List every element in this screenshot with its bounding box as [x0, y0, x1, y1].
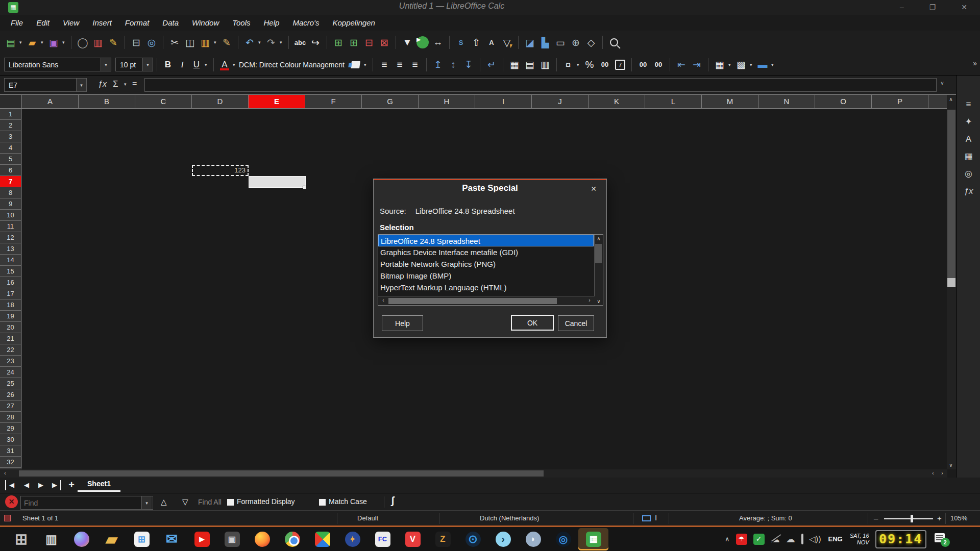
menu-file[interactable]: File [4, 15, 30, 31]
delete-row-icon[interactable]: ⊟ [362, 35, 376, 50]
menu-data[interactable]: Data [156, 15, 185, 31]
column-header-G[interactable]: G [362, 95, 419, 108]
expand-formula-bar-icon[interactable]: ˅ [941, 81, 944, 86]
tray-clock[interactable]: 09:14 [875, 530, 926, 548]
firefox-browser[interactable] [247, 528, 277, 550]
sort-az-icon[interactable]: A [484, 35, 499, 50]
menu-view[interactable]: View [56, 15, 86, 31]
row-header-12[interactable]: 12 [0, 232, 21, 243]
paste-format-option-4[interactable]: HyperText Markup Language (HTML) [378, 282, 594, 293]
border-color-icon[interactable]: ▬ [755, 57, 770, 72]
match-case-checkbox[interactable] [319, 499, 326, 506]
name-box[interactable]: E7 ▾ [4, 78, 87, 92]
print-preview-icon[interactable]: ◎ [144, 35, 159, 50]
menu-edit[interactable]: Edit [30, 15, 56, 31]
youtube-app[interactable]: ▶ [187, 528, 217, 550]
cursor-cell-e7[interactable] [249, 176, 306, 188]
styles-icon[interactable]: A [957, 131, 980, 148]
wrap-text-icon[interactable]: ↵ [484, 57, 499, 72]
row-header-10[interactable]: 10 [0, 210, 21, 221]
center-vertically-icon[interactable]: ↕ [446, 57, 460, 72]
cloud-icon[interactable]: ☁ [786, 534, 795, 545]
last-sheet-icon[interactable]: ▶ [49, 480, 61, 490]
text-language[interactable]: Dutch (Netherlands) [480, 514, 539, 522]
increase-indent-icon[interactable]: ⇥ [690, 57, 704, 72]
zoom-slider-handle[interactable] [911, 515, 913, 522]
align-left-icon[interactable]: ≡ [377, 57, 391, 72]
row-header-7[interactable]: 7 [0, 176, 21, 187]
first-sheet-icon[interactable]: ◀ [5, 480, 17, 490]
find-input[interactable] [21, 497, 141, 509]
copilot-app[interactable] [66, 528, 96, 550]
column-header-D[interactable]: D [192, 95, 249, 108]
row-header-28[interactable]: 28 [0, 412, 21, 423]
menu-koppelingen[interactable]: Koppelingen [326, 15, 381, 31]
decrease-indent-icon[interactable]: ⇤ [674, 57, 689, 72]
hyperlink-icon[interactable]: ⊕ [569, 35, 583, 50]
paste-icon[interactable]: ▥ [198, 35, 212, 50]
scroll-up-icon[interactable]: ∧ [595, 236, 603, 241]
font-name-combo[interactable]: Liberation Sans ▾ [4, 58, 111, 71]
row-header-22[interactable]: 22 [0, 344, 21, 356]
paste-format-option-2[interactable]: Portable Network Graphics (PNG) [378, 258, 594, 270]
fill-handle[interactable] [303, 186, 306, 189]
chevron-down-icon[interactable]: ▾ [19, 40, 24, 45]
sort-icon[interactable]: S [454, 35, 468, 50]
column-header-K[interactable]: K [589, 95, 645, 108]
row-header-26[interactable]: 26 [0, 389, 21, 400]
chevron-down-icon[interactable]: ▾ [728, 62, 733, 67]
chevron-down-icon[interactable]: ▾ [124, 82, 127, 87]
list-hscrollbar-thumb[interactable] [388, 298, 557, 304]
insert-textbox-icon[interactable]: ▭ [553, 35, 568, 50]
unmerge-cells-icon[interactable]: ▥ [538, 57, 552, 72]
sidebar-show-handle[interactable] [947, 278, 955, 287]
run-macro-icon[interactable]: ▶ [415, 35, 430, 50]
find-all-button[interactable]: Find All [198, 498, 222, 506]
chevron-down-icon[interactable]: ▾ [771, 62, 776, 67]
libreoffice-calc-app[interactable]: ▦ [578, 528, 608, 550]
delete-decimal-icon[interactable]: 00 [651, 57, 666, 72]
row-header-5[interactable]: 5 [0, 154, 21, 165]
maximize-button[interactable]: ❐ [925, 2, 940, 13]
find-replace-icon[interactable]: ↪ [308, 35, 323, 50]
chevron-down-icon[interactable]: ▾ [750, 62, 755, 67]
scroll-left-icon[interactable]: ‹ [379, 297, 387, 303]
sidebar-menu-icon[interactable]: ≡ [957, 96, 980, 113]
find-icon[interactable] [607, 35, 621, 50]
undo-icon[interactable]: ↶ [242, 35, 257, 50]
row-header-8[interactable]: 8 [0, 187, 21, 198]
border-style-icon[interactable]: ▩ [734, 57, 748, 72]
selection-mode-icon[interactable] [642, 515, 651, 521]
menu-help[interactable]: Help [257, 15, 286, 31]
row-header-29[interactable]: 29 [0, 423, 21, 434]
ok-button[interactable]: OK [511, 315, 554, 331]
avira-tray-icon[interactable]: ☂ [736, 534, 747, 545]
new-document-icon[interactable]: ▤ [4, 35, 18, 50]
row-header-19[interactable]: 19 [0, 311, 21, 322]
row-header-17[interactable]: 17 [0, 288, 21, 299]
scroll-down-icon[interactable]: ∨ [947, 462, 955, 468]
font-color-button[interactable]: A [218, 58, 231, 72]
zoom-level[interactable]: 105% [950, 514, 967, 522]
select-all-corner[interactable] [0, 95, 22, 109]
close-button[interactable]: ✕ [957, 2, 972, 13]
menu-macros[interactable]: Macro's [286, 15, 326, 31]
chevron-down-icon[interactable]: ▾ [577, 62, 582, 67]
column-header-N[interactable]: N [758, 95, 815, 108]
row-header-24[interactable]: 24 [0, 367, 21, 378]
help-button[interactable]: Help [382, 315, 423, 331]
cut-icon[interactable]: ✂ [167, 35, 182, 50]
scroll-right-icon[interactable]: › [938, 470, 946, 476]
export-pdf-icon[interactable]: ◯ [76, 35, 90, 50]
row-header-32[interactable]: 32 [0, 457, 21, 468]
sort-ascending-icon[interactable]: ⇧ [469, 35, 483, 50]
microsoft-store[interactable]: ⊞ [127, 528, 157, 550]
minimize-button[interactable]: – [894, 2, 910, 13]
column-header-H[interactable]: H [419, 95, 475, 108]
column-header-C[interactable]: C [135, 95, 192, 108]
row-header-23[interactable]: 23 [0, 356, 21, 367]
row-header-16[interactable]: 16 [0, 277, 21, 288]
delete-column-icon[interactable]: ⊠ [377, 35, 391, 50]
vivaldi-browser[interactable]: V [398, 528, 428, 550]
copy-icon[interactable]: ◫ [183, 35, 197, 50]
